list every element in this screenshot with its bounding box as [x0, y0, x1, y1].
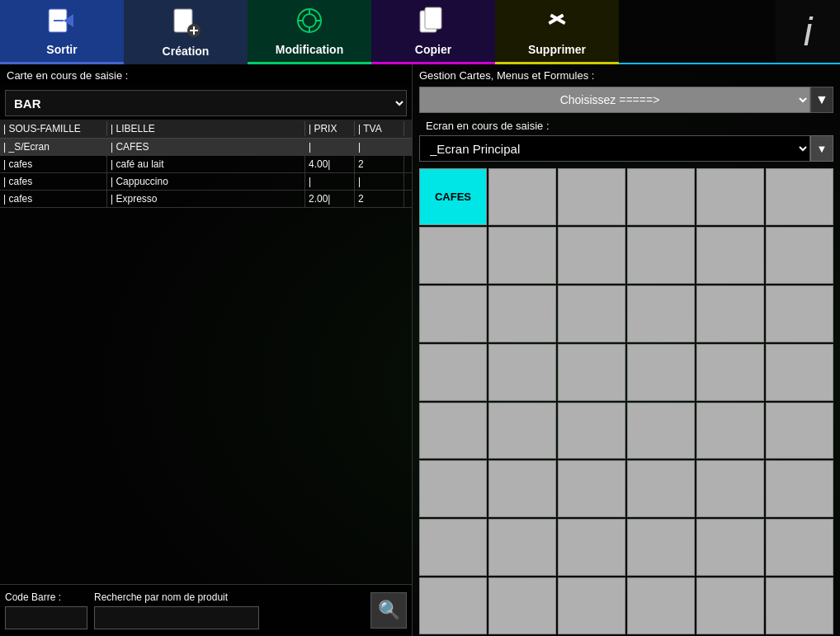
grid-cell[interactable]: [696, 577, 764, 634]
cell-libelle: | Cappuccino: [107, 173, 305, 190]
grid-cell[interactable]: [627, 344, 695, 401]
cell-libelle: | CAFES: [107, 139, 305, 155]
supprimer-icon: [542, 6, 572, 40]
code-barre-input[interactable]: [5, 606, 87, 629]
creation-label: Création: [163, 45, 210, 58]
col-libelle: | LIBELLE: [107, 121, 305, 136]
grid-cell[interactable]: [766, 168, 833, 225]
grid-cell[interactable]: [696, 460, 764, 517]
grid-cell[interactable]: [558, 285, 625, 342]
grid-cell[interactable]: [627, 227, 695, 284]
grid-cell[interactable]: [766, 577, 833, 634]
grid-cell[interactable]: [558, 460, 625, 517]
grid-cell[interactable]: [696, 168, 764, 225]
grid-cell[interactable]: [627, 168, 695, 225]
grid-cell[interactable]: [696, 285, 764, 342]
table-row[interactable]: | cafes | café au lait 4.00| 2: [0, 156, 412, 173]
sortir-label: Sortir: [46, 43, 77, 56]
grid-cell[interactable]: [627, 403, 695, 459]
grid-cell[interactable]: [766, 227, 833, 284]
grid-cell[interactable]: [488, 403, 556, 459]
gestion-select[interactable]: Choisissez =====>: [419, 87, 810, 113]
grid-cell[interactable]: [419, 285, 487, 342]
ecran-header: Ecran en cours de saisie :: [419, 116, 556, 135]
svg-rect-14: [425, 7, 441, 29]
cell-tva: |: [355, 139, 404, 155]
grid-cell[interactable]: [766, 403, 833, 459]
info-section: i: [776, 0, 840, 63]
copier-label: Copier: [415, 43, 451, 56]
carte-select[interactable]: BAR: [5, 90, 407, 116]
grid-cell[interactable]: [488, 227, 556, 284]
svg-point-8: [303, 14, 316, 27]
grid-cell[interactable]: [558, 519, 625, 576]
grid-cell[interactable]: [419, 403, 487, 459]
table-row[interactable]: | cafes | Expresso 2.00| 2: [0, 191, 412, 208]
creation-button[interactable]: Création: [124, 0, 248, 64]
grid-cell[interactable]: [488, 344, 556, 401]
grid-cell[interactable]: [488, 168, 556, 225]
grid-cell[interactable]: [696, 519, 764, 576]
grid-cell[interactable]: [627, 460, 695, 517]
grid-cell[interactable]: [766, 344, 833, 401]
grid-cell[interactable]: [488, 577, 556, 634]
grid-cell[interactable]: [419, 519, 487, 576]
supprimer-button[interactable]: Supprimer: [495, 0, 619, 64]
table-row[interactable]: | _S/Ecran | CAFES | |: [0, 139, 412, 156]
grid-cell[interactable]: [627, 577, 695, 634]
creation-icon: [171, 7, 201, 41]
cafes-button[interactable]: CAFES: [419, 168, 487, 225]
cell-libelle: | Expresso: [107, 191, 305, 207]
data-table: | _S/Ecran | CAFES | | | cafes | café au…: [0, 139, 412, 584]
copier-button[interactable]: Copier: [371, 0, 495, 64]
grid-cell[interactable]: [766, 519, 833, 576]
code-barre-label: Code Barre :: [5, 591, 87, 603]
grid-cell[interactable]: [558, 227, 625, 284]
table-row[interactable]: | cafes | Cappuccino | |: [0, 173, 412, 191]
grid-cell[interactable]: [419, 227, 487, 284]
cell-prix: |: [305, 139, 355, 155]
button-grid: CAFES: [413, 167, 840, 636]
carte-select-row: BAR: [0, 87, 412, 120]
modification-button[interactable]: Modification: [248, 0, 371, 64]
grid-cell[interactable]: [696, 344, 764, 401]
grid-cell[interactable]: [766, 460, 833, 517]
col-tva: | TVA: [355, 121, 404, 136]
grid-cell[interactable]: [696, 227, 764, 284]
grid-cell[interactable]: [558, 403, 625, 459]
ecran-select[interactable]: _Ecran Principal: [419, 135, 810, 162]
grid-cell[interactable]: [558, 577, 625, 634]
grid-cell[interactable]: [696, 403, 764, 459]
cell-tva: 2: [355, 156, 404, 172]
grid-cell[interactable]: [488, 460, 556, 517]
ecran-select-arrow[interactable]: ▼: [810, 135, 833, 162]
toolbar: Sortir Création: [0, 0, 840, 64]
toolbar-spacer: [619, 0, 776, 63]
grid-cell[interactable]: [419, 577, 487, 634]
bottom-bar-left: Code Barre : Recherche par nom de produi…: [0, 584, 412, 636]
cell-libelle: | café au lait: [107, 156, 305, 172]
copier-icon: [418, 6, 448, 40]
cell-prix: |: [305, 173, 355, 190]
grid-cell[interactable]: [627, 519, 695, 576]
modification-icon: [295, 6, 324, 40]
grid-cell[interactable]: [488, 519, 556, 576]
grid-cell[interactable]: [766, 285, 833, 342]
search-button[interactable]: 🔍: [370, 592, 407, 629]
grid-cell[interactable]: [558, 344, 625, 401]
supprimer-label: Supprimer: [528, 43, 586, 56]
search-icon: 🔍: [378, 600, 400, 621]
recherche-input[interactable]: [94, 606, 259, 629]
gestion-select-arrow[interactable]: ▼: [810, 87, 833, 113]
col-sous-famille: | SOUS-FAMILLE: [0, 121, 107, 136]
grid-cell[interactable]: [558, 168, 625, 225]
grid-cell[interactable]: [419, 460, 487, 517]
col-prix: | PRIX: [305, 121, 355, 136]
sortir-button[interactable]: Sortir: [0, 0, 124, 64]
grid-cell[interactable]: [627, 285, 695, 342]
carte-header: Carte en cours de saisie :: [0, 64, 412, 87]
grid-cell[interactable]: [488, 285, 556, 342]
grid-cell[interactable]: [419, 344, 487, 401]
left-panel: Carte en cours de saisie : BAR | SOUS-FA…: [0, 64, 413, 636]
modification-label: Modification: [276, 43, 343, 56]
